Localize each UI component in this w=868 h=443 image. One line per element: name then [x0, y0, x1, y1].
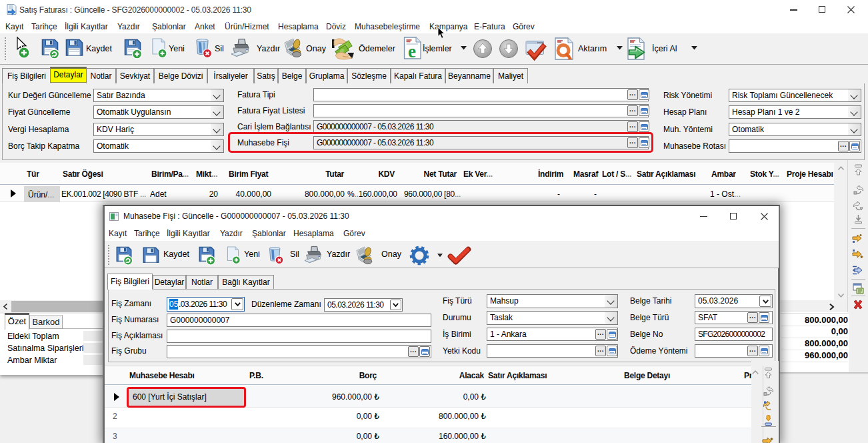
svg-text:e: e	[408, 41, 416, 61]
